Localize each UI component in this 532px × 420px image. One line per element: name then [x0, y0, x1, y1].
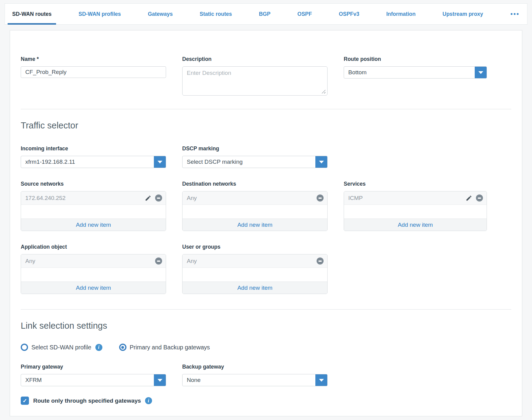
radio-select-sd-wan-profile[interactable]	[21, 344, 28, 351]
source-networks-label: Source networks	[21, 181, 166, 187]
remove-item-icon[interactable]	[317, 194, 324, 201]
gateways-row: Primary gateway XFRM Backup gateway None	[21, 364, 511, 386]
tab-bar: SD-WAN routes SD-WAN profiles Gateways S…	[5, 3, 527, 25]
caret-down-icon	[478, 71, 483, 74]
section-divider	[21, 109, 511, 109]
tab-sd-wan-profiles[interactable]: SD-WAN profiles	[79, 3, 121, 25]
radio-label[interactable]: Primary and Backup gateways	[130, 344, 210, 351]
dropdown-button[interactable]	[475, 66, 487, 79]
backup-gateway-dropdown[interactable]: None	[182, 374, 328, 386]
networks-services-row: Source networks 172.64.240.252 Add new i…	[21, 181, 511, 231]
name-input[interactable]	[21, 66, 166, 78]
application-object-listbox: Any Add new item	[21, 254, 166, 294]
tab-sd-wan-routes[interactable]: SD-WAN routes	[12, 3, 51, 25]
radio-primary-backup-gateways[interactable]	[119, 344, 126, 351]
incoming-interface-value: xfrm1-192.168.2.11	[21, 156, 154, 168]
dropdown-button[interactable]	[154, 374, 166, 386]
services-listbox: ICMP Add new item	[344, 191, 487, 231]
link-selection-radio-group: Select SD-WAN profile i Primary and Back…	[21, 344, 511, 351]
remove-item-icon[interactable]	[155, 257, 162, 264]
dropdown-button[interactable]	[315, 374, 328, 386]
info-icon[interactable]: i	[95, 344, 102, 351]
caret-down-icon	[319, 161, 324, 163]
sd-wan-route-form: Name * Description Route position Bottom…	[10, 30, 522, 416]
tab-label: OSPFv3	[339, 11, 359, 17]
user-or-groups-label: User or groups	[182, 244, 328, 250]
more-tabs-icon[interactable]	[510, 11, 519, 17]
primary-gateway-dropdown[interactable]: XFRM	[21, 374, 166, 386]
tab-static-routes[interactable]: Static routes	[200, 3, 232, 25]
tab-label: Gateways	[148, 11, 173, 17]
backup-gateway-value: None	[183, 374, 315, 386]
tab-label: OSPF	[297, 11, 312, 17]
destination-networks-label: Destination networks	[182, 181, 328, 187]
listbox-empty-area	[344, 205, 487, 219]
tab-ospf[interactable]: OSPF	[297, 3, 312, 25]
application-object-label: Application object	[21, 244, 166, 250]
add-new-item-button[interactable]: Add new item	[183, 282, 327, 294]
dscp-marking-dropdown[interactable]: Select DSCP marking	[182, 156, 328, 168]
primary-gateway-value: XFRM	[21, 374, 154, 386]
tab-information[interactable]: Information	[386, 3, 416, 25]
tab-upstream-proxy[interactable]: Upstream proxy	[442, 3, 483, 25]
list-item: Any	[183, 254, 327, 268]
add-new-item-button[interactable]: Add new item	[21, 219, 166, 231]
route-only-label[interactable]: Route only through specified gateways	[33, 397, 141, 404]
tab-label: SD-WAN routes	[12, 11, 51, 17]
list-item: Any	[21, 254, 166, 268]
incoming-interface-dropdown[interactable]: xfrm1-192.168.2.11	[21, 156, 166, 168]
radio-label[interactable]: Select SD-WAN profile	[31, 344, 91, 351]
name-label: Name *	[21, 56, 166, 62]
remove-item-icon[interactable]	[155, 194, 162, 201]
description-textarea[interactable]	[182, 66, 328, 96]
source-networks-listbox: 172.64.240.252 Add new item	[21, 191, 166, 231]
listbox-empty-area	[183, 268, 327, 282]
dscp-marking-value: Select DSCP marking	[183, 156, 315, 168]
list-item: ICMP	[344, 191, 487, 205]
add-new-item-button[interactable]: Add new item	[344, 219, 487, 231]
tab-ospfv3[interactable]: OSPFv3	[339, 3, 359, 25]
tab-label: Upstream proxy	[442, 11, 483, 17]
dropdown-button[interactable]	[315, 156, 328, 168]
traffic-selector-title: Traffic selector	[21, 121, 511, 131]
list-item-value: 172.64.240.252	[25, 195, 141, 201]
add-new-item-button[interactable]: Add new item	[21, 282, 166, 294]
list-item-value: Any	[25, 258, 151, 264]
dscp-marking-label: DSCP marking	[182, 145, 328, 152]
route-position-dropdown[interactable]: Bottom	[344, 66, 487, 79]
list-item: Any	[183, 191, 327, 205]
tab-label: SD-WAN profiles	[79, 11, 121, 17]
listbox-empty-area	[183, 205, 327, 219]
caret-down-icon	[158, 379, 162, 382]
remove-item-icon[interactable]	[476, 194, 483, 201]
description-label: Description	[182, 56, 328, 62]
general-fields-row: Name * Description Route position Bottom	[21, 56, 511, 97]
tab-gateways[interactable]: Gateways	[148, 3, 173, 25]
edit-icon[interactable]	[466, 195, 472, 201]
section-divider	[21, 309, 511, 310]
edit-icon[interactable]	[145, 195, 151, 201]
list-item-value: ICMP	[348, 195, 462, 201]
listbox-empty-area	[21, 205, 166, 219]
tab-label: Information	[386, 11, 416, 17]
route-position-value: Bottom	[344, 67, 475, 78]
list-item-value: Any	[187, 258, 313, 264]
incoming-interface-label: Incoming interface	[21, 145, 166, 152]
tab-label: Static routes	[200, 11, 232, 17]
application-users-row: Application object Any Add new item User…	[21, 244, 511, 294]
primary-gateway-label: Primary gateway	[21, 364, 166, 370]
route-only-checkbox[interactable]: ✓	[21, 397, 29, 405]
dropdown-button[interactable]	[154, 156, 166, 168]
caret-down-icon	[319, 379, 324, 382]
link-selection-title: Link selection settings	[21, 321, 511, 331]
destination-networks-listbox: Any Add new item	[182, 191, 328, 231]
info-icon[interactable]: i	[145, 397, 152, 404]
remove-item-icon[interactable]	[317, 257, 324, 264]
add-new-item-button[interactable]: Add new item	[183, 219, 327, 231]
route-only-row: ✓ Route only through specified gateways …	[21, 397, 511, 405]
services-label: Services	[344, 181, 487, 187]
user-or-groups-listbox: Any Add new item	[182, 254, 328, 294]
tab-bgp[interactable]: BGP	[259, 3, 271, 25]
caret-down-icon	[158, 161, 162, 163]
listbox-empty-area	[21, 268, 166, 282]
